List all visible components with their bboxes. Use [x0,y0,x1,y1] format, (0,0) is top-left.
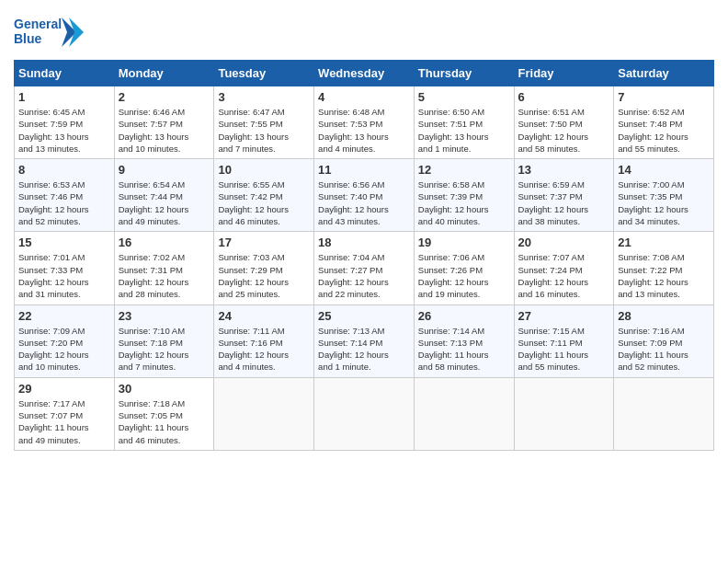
column-header-sunday: Sunday [15,61,115,86]
calendar-day-29: 29Sunrise: 7:17 AM Sunset: 7:07 PM Dayli… [15,377,115,450]
column-header-monday: Monday [114,61,214,86]
svg-marker-2 [62,17,76,47]
calendar-day-13: 13Sunrise: 6:59 AM Sunset: 7:37 PM Dayli… [514,159,614,232]
calendar-week-4: 22Sunrise: 7:09 AM Sunset: 7:20 PM Dayli… [15,304,714,377]
calendar-day-empty [414,377,514,450]
calendar-day-empty [214,377,314,450]
calendar-day-20: 20Sunrise: 7:07 AM Sunset: 7:24 PM Dayli… [514,232,614,304]
column-header-thursday: Thursday [414,61,514,86]
calendar-day-14: 14Sunrise: 7:00 AM Sunset: 7:35 PM Dayli… [614,159,714,232]
calendar-week-2: 8Sunrise: 6:53 AM Sunset: 7:46 PM Daylig… [15,159,714,232]
calendar-day-17: 17Sunrise: 7:03 AM Sunset: 7:29 PM Dayli… [214,232,314,304]
calendar-week-3: 15Sunrise: 7:01 AM Sunset: 7:33 PM Dayli… [15,232,714,304]
calendar-day-5: 5Sunrise: 6:50 AM Sunset: 7:51 PM Daylig… [414,86,514,159]
column-header-tuesday: Tuesday [214,61,314,86]
calendar-day-16: 16Sunrise: 7:02 AM Sunset: 7:31 PM Dayli… [114,232,214,304]
calendar-day-19: 19Sunrise: 7:06 AM Sunset: 7:26 PM Dayli… [414,232,514,304]
calendar-day-28: 28Sunrise: 7:16 AM Sunset: 7:09 PM Dayli… [614,304,714,377]
logo: GeneralBlue [14,14,87,51]
calendar-day-22: 22Sunrise: 7:09 AM Sunset: 7:20 PM Dayli… [15,304,115,377]
header-row: SundayMondayTuesdayWednesdayThursdayFrid… [15,61,714,86]
calendar-day-12: 12Sunrise: 6:58 AM Sunset: 7:39 PM Dayli… [414,159,514,232]
calendar-day-1: 1Sunrise: 6:45 AM Sunset: 7:59 PM Daylig… [15,86,115,159]
calendar-day-18: 18Sunrise: 7:04 AM Sunset: 7:27 PM Dayli… [314,232,415,304]
page-header: GeneralBlue [14,14,714,51]
svg-text:Blue: Blue [14,31,42,46]
calendar-day-30: 30Sunrise: 7:18 AM Sunset: 7:05 PM Dayli… [114,377,214,450]
column-header-friday: Friday [514,61,614,86]
calendar-week-5: 29Sunrise: 7:17 AM Sunset: 7:07 PM Dayli… [15,377,714,450]
calendar-day-10: 10Sunrise: 6:55 AM Sunset: 7:42 PM Dayli… [214,159,314,232]
logo-icon: GeneralBlue [14,14,87,51]
calendar-day-2: 2Sunrise: 6:46 AM Sunset: 7:57 PM Daylig… [114,86,214,159]
calendar-week-1: 1Sunrise: 6:45 AM Sunset: 7:59 PM Daylig… [15,86,714,159]
calendar-day-9: 9Sunrise: 6:54 AM Sunset: 7:44 PM Daylig… [114,159,214,232]
column-header-wednesday: Wednesday [314,61,415,86]
calendar-day-24: 24Sunrise: 7:11 AM Sunset: 7:16 PM Dayli… [214,304,314,377]
calendar-day-6: 6Sunrise: 6:51 AM Sunset: 7:50 PM Daylig… [514,86,614,159]
calendar-day-23: 23Sunrise: 7:10 AM Sunset: 7:18 PM Dayli… [114,304,214,377]
calendar-day-15: 15Sunrise: 7:01 AM Sunset: 7:33 PM Dayli… [15,232,115,304]
svg-text:General: General [14,17,62,31]
calendar-day-empty [314,377,415,450]
calendar-day-21: 21Sunrise: 7:08 AM Sunset: 7:22 PM Dayli… [614,232,714,304]
calendar-day-3: 3Sunrise: 6:47 AM Sunset: 7:55 PM Daylig… [214,86,314,159]
calendar-day-empty [614,377,714,450]
calendar-day-11: 11Sunrise: 6:56 AM Sunset: 7:40 PM Dayli… [314,159,415,232]
calendar-day-empty [514,377,614,450]
calendar-day-4: 4Sunrise: 6:48 AM Sunset: 7:53 PM Daylig… [314,86,415,159]
calendar-day-25: 25Sunrise: 7:13 AM Sunset: 7:14 PM Dayli… [314,304,415,377]
calendar-day-7: 7Sunrise: 6:52 AM Sunset: 7:48 PM Daylig… [614,86,714,159]
calendar-day-27: 27Sunrise: 7:15 AM Sunset: 7:11 PM Dayli… [514,304,614,377]
column-header-saturday: Saturday [614,61,714,86]
calendar-day-26: 26Sunrise: 7:14 AM Sunset: 7:13 PM Dayli… [414,304,514,377]
calendar-table: SundayMondayTuesdayWednesdayThursdayFrid… [14,60,714,451]
calendar-day-8: 8Sunrise: 6:53 AM Sunset: 7:46 PM Daylig… [15,159,115,232]
